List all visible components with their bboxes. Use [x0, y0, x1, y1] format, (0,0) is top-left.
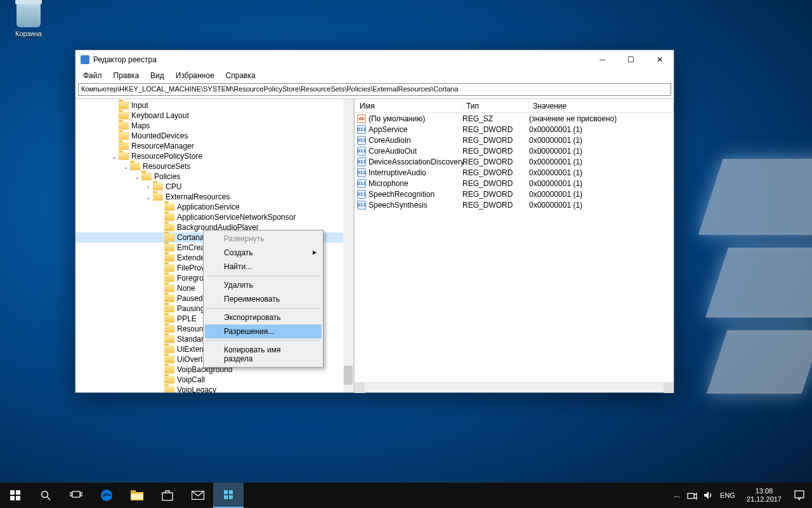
maximize-button[interactable]: ☐ [617, 50, 645, 69]
menu-favorites[interactable]: Избранное [171, 70, 219, 81]
edge-icon[interactable] [91, 483, 122, 508]
value-type: REG_DWORD [462, 190, 529, 199]
list-row[interactable]: 011CoreAudioOutREG_DWORD0x00000001 (1) [355, 145, 674, 156]
list-body[interactable]: ab(По умолчанию)REG_SZ(значение не присв… [355, 113, 674, 382]
svg-rect-7 [70, 493, 72, 496]
store-icon[interactable] [152, 483, 183, 508]
folder-icon [119, 142, 129, 150]
desktop[interactable]: Корзина Редактор реестра ─ ☐ ✕ Файл Прав… [0, 0, 812, 508]
close-button[interactable]: ✕ [645, 50, 674, 69]
tree-item[interactable]: VoipLegacy [75, 385, 353, 392]
col-name[interactable]: Имя [355, 102, 462, 110]
tree-toggle-icon[interactable]: ⌄ [133, 173, 141, 180]
value-data: 0x00000001 (1) [529, 190, 674, 199]
tree-item[interactable]: ⌄ResourceSets [75, 161, 353, 171]
list-row[interactable]: 011SpeechSynthesisREG_DWORD0x00000001 (1… [355, 199, 674, 210]
tree-item[interactable]: ›CPU [75, 182, 353, 192]
tree-item-label: Keyboard Layout [131, 111, 189, 120]
col-value[interactable]: Значение [529, 102, 674, 110]
menu-item[interactable]: Создать [205, 246, 322, 260]
folder-icon [164, 376, 174, 384]
explorer-icon[interactable] [122, 483, 152, 508]
tree-item-label: Policies [154, 172, 180, 181]
list-row[interactable]: 011InterruptiveAudioREG_DWORD0x00000001 … [355, 167, 674, 178]
col-type[interactable]: Тип [462, 102, 529, 110]
list-header[interactable]: Имя Тип Значение [355, 99, 674, 113]
list-row[interactable]: 011MicrophoneREG_DWORD0x00000001 (1) [355, 178, 674, 189]
menu-help[interactable]: Справка [221, 70, 261, 81]
menu-item[interactable]: Удалить [205, 278, 322, 292]
tree-toggle-icon[interactable]: ⌄ [144, 194, 153, 201]
menu-item[interactable]: Разрешения... [205, 324, 322, 338]
value-name: CoreAudioOut [369, 147, 417, 156]
network-icon[interactable] [687, 490, 697, 500]
tree-item[interactable]: Input [75, 100, 353, 110]
titlebar[interactable]: Редактор реестра ─ ☐ ✕ [75, 50, 674, 69]
menu-file[interactable]: Файл [78, 70, 107, 81]
tree-item[interactable]: MountedDevices [75, 131, 353, 141]
volume-icon[interactable] [704, 490, 714, 500]
list-row[interactable]: 011SpeechRecognitionREG_DWORD0x00000001 … [355, 189, 674, 199]
tree-item[interactable]: ⌄ResourcePolicyStore [75, 151, 353, 161]
tree-item[interactable]: ApplicationService [75, 202, 353, 212]
folder-icon [164, 203, 174, 211]
tree-item[interactable]: ⌄ExternalResources [75, 192, 353, 202]
minimize-button[interactable]: ─ [588, 50, 617, 69]
recycle-bin[interactable]: Корзина [6, 3, 51, 37]
value-data: 0x00000001 (1) [529, 157, 674, 166]
folder-icon [164, 264, 174, 272]
search-button[interactable] [30, 483, 61, 508]
tree-item-label: Extende [177, 253, 205, 262]
tree-item[interactable]: Maps [75, 121, 353, 131]
regedit-taskbar-icon[interactable] [213, 483, 244, 508]
tree-item-label: VoipCall [177, 375, 205, 384]
tree-item[interactable]: ResourceManager [75, 141, 353, 151]
menu-separator [206, 276, 320, 276]
address-bar[interactable]: Компьютер\HKEY_LOCAL_MACHINE\SYSTEM\Reso… [78, 83, 671, 96]
menu-item[interactable]: Экспортировать [205, 311, 322, 324]
folder-icon [164, 366, 174, 373]
clock[interactable]: 13:08 21.12.2017 [742, 487, 787, 504]
start-button[interactable] [0, 483, 30, 508]
tree-item-label: Maps [131, 121, 150, 130]
action-center-icon[interactable] [787, 483, 812, 508]
list-row[interactable]: 011CoreAudioInREG_DWORD0x00000001 (1) [355, 135, 674, 145]
list-row[interactable]: ab(По умолчанию)REG_SZ(значение не присв… [355, 113, 674, 124]
value-data: 0x00000001 (1) [529, 179, 674, 188]
value-name: DeviceAssociationDiscovery [369, 157, 464, 166]
tree-item-label: Foregro [177, 274, 204, 283]
value-name: (По умолчанию) [369, 114, 425, 123]
list-row[interactable]: 011DeviceAssociationDiscoveryREG_DWORD0x… [355, 156, 674, 167]
menu-item[interactable]: Копировать имя раздела [205, 343, 322, 366]
tree-item[interactable]: ApplicationServiceNetworkSponsor [75, 212, 353, 222]
svg-rect-12 [131, 494, 143, 499]
mail-icon[interactable] [183, 483, 213, 508]
folder-icon [164, 315, 174, 323]
folder-icon [119, 112, 129, 119]
list-hscrollbar[interactable] [355, 382, 674, 392]
tree-item[interactable]: ⌄Policies [75, 171, 353, 182]
tree-toggle-icon[interactable]: ⌄ [110, 153, 119, 160]
language-indicator[interactable]: ENG [720, 491, 735, 499]
tree-item[interactable]: Keyboard Layout [75, 110, 353, 121]
tree-item[interactable]: VoipCall [75, 375, 353, 385]
value-data: (значение не присвоено) [529, 114, 674, 123]
menu-edit[interactable]: Правка [108, 70, 145, 81]
value-name: Microphone [369, 179, 409, 188]
svg-line-5 [48, 497, 51, 500]
menu-item[interactable]: Найти... [205, 260, 322, 274]
window-title: Редактор реестра [93, 55, 157, 64]
svg-rect-13 [162, 493, 173, 500]
folder-icon [164, 234, 174, 241]
menu-item[interactable]: Переименовать [205, 292, 322, 306]
taskview-button[interactable] [61, 483, 91, 508]
menu-view[interactable]: Вид [145, 70, 169, 81]
tree-toggle-icon[interactable]: › [144, 184, 153, 190]
list-row[interactable]: 011AppServiceREG_DWORD0x00000001 (1) [355, 124, 674, 135]
folder-icon [153, 183, 163, 190]
tree-item-label: CPU [166, 182, 181, 191]
tray-chevron-icon[interactable]: ︿ [674, 491, 681, 500]
context-menu[interactable]: РазвернутьСоздатьНайти...УдалитьПереимен… [203, 230, 324, 368]
tree-toggle-icon[interactable]: ⌄ [121, 163, 130, 170]
tree-vscrollbar[interactable] [343, 99, 353, 392]
